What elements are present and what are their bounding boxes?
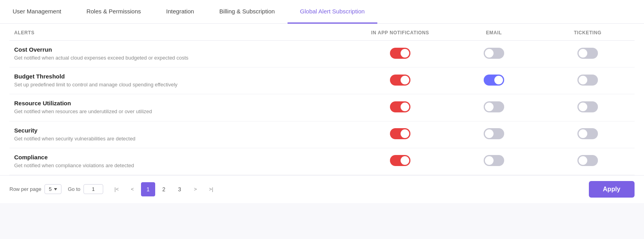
email-notification-cell bbox=[447, 67, 541, 94]
email-notification-toggle[interactable] bbox=[484, 48, 504, 59]
col-header-ticketing: TICKETING bbox=[541, 24, 635, 41]
chevron-down-icon bbox=[54, 188, 57, 190]
inapp-notifications-cell bbox=[353, 148, 447, 175]
page-navigation: |< < 1 2 3 > >| bbox=[109, 182, 218, 196]
alerts-table: ALERTS IN APP NOTIFICATIONS EMAIL TICKET… bbox=[9, 24, 635, 175]
rows-value: 5 bbox=[49, 186, 52, 192]
email-notification-cell bbox=[447, 121, 541, 148]
toggle-knob bbox=[401, 76, 409, 84]
email-notification-cell bbox=[447, 148, 541, 175]
toggle-knob bbox=[579, 129, 587, 138]
alert-info-cell: Compliance Get notified when compliance … bbox=[9, 148, 353, 175]
toggle-knob bbox=[401, 103, 409, 111]
toggle-knob bbox=[485, 103, 494, 111]
inapp-notifications-cell bbox=[353, 41, 447, 67]
inapp-notifications-toggle[interactable] bbox=[390, 75, 410, 86]
email-notification-cell bbox=[447, 94, 541, 121]
apply-button[interactable]: Apply bbox=[589, 181, 635, 198]
nav-global-alert-subscription[interactable]: Global Alert Subscription bbox=[288, 0, 377, 24]
page-1-button[interactable]: 1 bbox=[141, 182, 155, 196]
alert-name: Cost Overrun bbox=[14, 46, 349, 53]
alert-desc: Get notified when security vulnerabiliti… bbox=[14, 135, 349, 142]
nav-roles-permissions[interactable]: Roles & Permissions bbox=[74, 0, 153, 24]
top-navigation: User Management Roles & Permissions Inte… bbox=[0, 0, 644, 24]
email-notification-toggle[interactable] bbox=[484, 75, 504, 86]
ticketing-notification-toggle[interactable] bbox=[577, 48, 598, 59]
ticketing-notification-cell bbox=[541, 121, 635, 148]
inapp-notifications-toggle[interactable] bbox=[390, 155, 410, 166]
ticketing-notification-toggle[interactable] bbox=[577, 75, 598, 86]
toggle-knob bbox=[579, 103, 587, 111]
inapp-notifications-toggle[interactable] bbox=[390, 128, 410, 139]
nav-billing-subscription[interactable]: Billing & Subscription bbox=[207, 0, 288, 24]
rows-per-page-select[interactable]: 5 bbox=[45, 184, 61, 194]
alert-name: Security bbox=[14, 127, 349, 134]
alert-desc: Get notified when compliance violations … bbox=[14, 162, 349, 169]
table-row: Cost Overrun Get notified when actual cl… bbox=[9, 41, 635, 67]
toggle-knob bbox=[485, 49, 494, 58]
ticketing-notification-cell bbox=[541, 67, 635, 94]
email-notification-toggle[interactable] bbox=[484, 101, 504, 112]
table-row: Security Get notified when security vuln… bbox=[9, 121, 635, 148]
ticketing-notification-toggle[interactable] bbox=[577, 101, 598, 112]
email-notification-toggle[interactable] bbox=[484, 128, 504, 139]
toggle-knob bbox=[485, 156, 494, 165]
ticketing-notification-cell bbox=[541, 41, 635, 67]
toggle-knob bbox=[579, 76, 587, 84]
col-header-alerts: ALERTS bbox=[9, 24, 353, 41]
inapp-notifications-cell bbox=[353, 67, 447, 94]
page-2-button[interactable]: 2 bbox=[157, 182, 171, 196]
toggle-knob bbox=[579, 156, 587, 165]
col-header-inapp: IN APP NOTIFICATIONS bbox=[353, 24, 447, 41]
pagination-bar: Row per page 5 Go to |< < 1 2 3 > >| App… bbox=[0, 175, 644, 203]
last-page-button[interactable]: >| bbox=[204, 182, 218, 196]
goto-label: Go to bbox=[68, 186, 80, 192]
goto-input[interactable] bbox=[84, 184, 103, 194]
page-3-button[interactable]: 3 bbox=[173, 182, 187, 196]
email-notification-toggle[interactable] bbox=[484, 155, 504, 166]
table-row: Budget Threshold Set up predefined limit… bbox=[9, 67, 635, 94]
row-per-page-label: Row per page bbox=[9, 186, 41, 192]
toggle-knob bbox=[494, 76, 503, 84]
alert-desc: Set up predefined limit to control and m… bbox=[14, 81, 349, 88]
alert-info-cell: Budget Threshold Set up predefined limit… bbox=[9, 67, 353, 94]
first-page-button[interactable]: |< bbox=[109, 182, 124, 196]
inapp-notifications-toggle[interactable] bbox=[390, 101, 410, 112]
alert-desc: Get notified when resources are underuti… bbox=[14, 108, 349, 115]
col-header-email: EMAIL bbox=[447, 24, 541, 41]
main-content: ALERTS IN APP NOTIFICATIONS EMAIL TICKET… bbox=[0, 24, 644, 175]
nav-user-management[interactable]: User Management bbox=[9, 0, 74, 24]
toggle-knob bbox=[485, 129, 494, 138]
table-row: Compliance Get notified when compliance … bbox=[9, 148, 635, 175]
alert-info-cell: Resource Utilization Get notified when r… bbox=[9, 94, 353, 121]
nav-integration[interactable]: Integration bbox=[154, 0, 207, 24]
ticketing-notification-cell bbox=[541, 94, 635, 121]
table-row: Resource Utilization Get notified when r… bbox=[9, 94, 635, 121]
alert-info-cell: Security Get notified when security vuln… bbox=[9, 121, 353, 148]
alert-name: Resource Utilization bbox=[14, 100, 349, 106]
ticketing-notification-toggle[interactable] bbox=[577, 155, 598, 166]
alert-name: Budget Threshold bbox=[14, 73, 349, 80]
alert-info-cell: Cost Overrun Get notified when actual cl… bbox=[9, 41, 353, 67]
toggle-knob bbox=[401, 156, 409, 165]
inapp-notifications-cell bbox=[353, 121, 447, 148]
toggle-knob bbox=[401, 129, 409, 138]
inapp-notifications-toggle[interactable] bbox=[390, 48, 410, 59]
alert-desc: Get notified when actual cloud expenses … bbox=[14, 54, 349, 62]
prev-page-button[interactable]: < bbox=[125, 182, 139, 196]
ticketing-notification-cell bbox=[541, 148, 635, 175]
toggle-knob bbox=[579, 49, 587, 58]
inapp-notifications-cell bbox=[353, 94, 447, 121]
toggle-knob bbox=[401, 49, 409, 58]
ticketing-notification-toggle[interactable] bbox=[577, 128, 598, 139]
email-notification-cell bbox=[447, 41, 541, 67]
next-page-button[interactable]: > bbox=[188, 182, 202, 196]
alert-name: Compliance bbox=[14, 154, 349, 161]
